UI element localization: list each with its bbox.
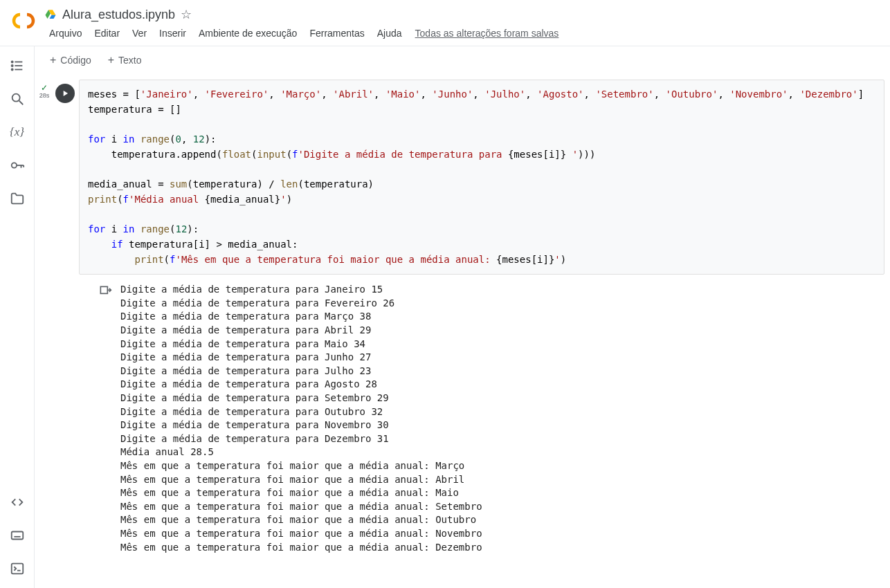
toc-icon[interactable] <box>9 57 26 74</box>
drive-icon <box>44 8 57 21</box>
code-cell: ✓ 28s meses = ['Janeiro', 'Fevereiro', '… <box>35 74 884 554</box>
notebook-title[interactable]: Alura_estudos.ipynb <box>62 8 175 22</box>
svg-point-6 <box>12 94 19 102</box>
header: Alura_estudos.ipynb ☆ Arquivo Editar Ver… <box>0 0 890 46</box>
variables-icon[interactable]: {x} <box>9 124 26 140</box>
svg-point-3 <box>11 61 12 62</box>
files-icon[interactable] <box>9 190 26 207</box>
notebook-area[interactable]: ✓ 28s meses = ['Janeiro', 'Fevereiro', '… <box>35 74 890 588</box>
menu-bar: Arquivo Editar Ver Inserir Ambiente de e… <box>44 24 884 46</box>
svg-rect-12 <box>11 532 23 540</box>
exec-status: ✓ 28s <box>37 80 51 554</box>
left-sidebar: {x} <box>0 46 35 588</box>
add-text-label: Texto <box>118 55 141 66</box>
plus-icon: + <box>50 55 56 66</box>
star-icon[interactable]: ☆ <box>181 7 192 22</box>
menu-inserir[interactable]: Inserir <box>154 25 191 42</box>
svg-line-7 <box>19 101 23 105</box>
menu-ambiente[interactable]: Ambiente de execução <box>194 25 302 42</box>
code-snippets-icon[interactable] <box>9 494 26 511</box>
code-editor[interactable]: meses = ['Janeiro', 'Fevereiro', 'Março'… <box>79 80 884 275</box>
svg-point-5 <box>11 68 12 70</box>
colab-logo <box>11 8 36 33</box>
plus-icon: + <box>108 55 114 66</box>
add-text-button[interactable]: +Texto <box>104 52 146 68</box>
menu-ajuda[interactable]: Ajuda <box>372 25 407 42</box>
menu-ver[interactable]: Ver <box>127 25 152 42</box>
secrets-icon[interactable] <box>9 157 26 174</box>
notebook-toolbar: +Código +Texto <box>35 46 890 74</box>
save-status[interactable]: Todas as alterações foram salvas <box>410 28 559 39</box>
cell-output: Digite a média de temperatura para Janei… <box>120 283 884 554</box>
menu-arquivo[interactable]: Arquivo <box>44 25 87 42</box>
command-palette-icon[interactable] <box>9 527 26 544</box>
terminal-icon[interactable] <box>9 560 26 577</box>
menu-ferramentas[interactable]: Ferramentas <box>305 25 369 42</box>
exec-time: 28s <box>39 92 50 99</box>
svg-point-4 <box>11 65 12 66</box>
svg-rect-14 <box>11 564 23 574</box>
run-button[interactable] <box>55 84 75 103</box>
output-toggle-icon[interactable] <box>98 284 112 298</box>
check-icon: ✓ <box>41 84 48 92</box>
svg-point-8 <box>11 163 16 167</box>
search-icon[interactable] <box>9 91 26 107</box>
add-code-button[interactable]: +Código <box>46 52 96 68</box>
add-code-label: Código <box>60 55 91 66</box>
menu-editar[interactable]: Editar <box>89 25 125 42</box>
svg-rect-16 <box>100 287 107 294</box>
